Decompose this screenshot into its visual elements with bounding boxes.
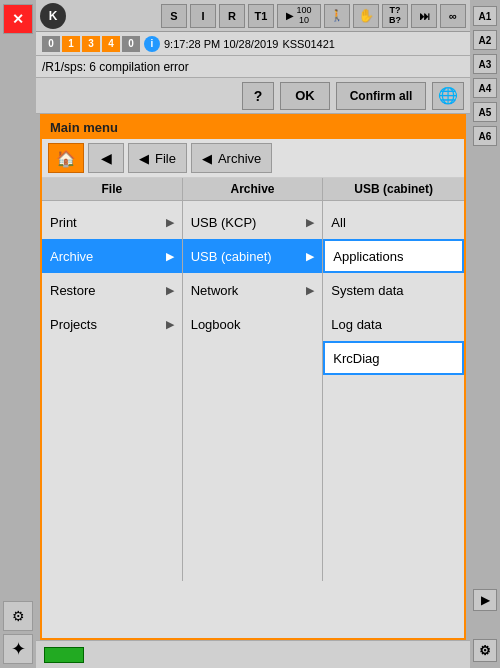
walk-icon[interactable]: 🚶 <box>324 4 350 28</box>
arrow-icon: ▶ <box>166 216 174 229</box>
column-headers: File Archive USB (cabinet) <box>42 178 464 201</box>
main-content: Main menu 🏠 ◀ ◀File ◀Archive File Ar <box>40 114 466 640</box>
ok-button[interactable]: OK <box>280 82 330 110</box>
ind-0: 0 <box>42 36 60 52</box>
list-item[interactable]: Log data <box>323 307 464 341</box>
settings-icon[interactable]: ⚙ <box>3 601 33 631</box>
list-item-applications[interactable]: Applications <box>323 239 464 273</box>
logo: K <box>40 3 66 29</box>
right-arrow-button[interactable]: ▶ <box>473 589 497 611</box>
hand-icon[interactable]: ✋ <box>353 4 379 28</box>
list-item[interactable]: Archive ▶ <box>42 239 182 273</box>
status-info: 9:17:28 PM 10/28/2019 KSS01421 <box>164 38 464 50</box>
indicators: 0 1 3 4 0 <box>42 36 140 52</box>
close-button[interactable]: ✕ <box>3 4 33 34</box>
buttons-row: ? OK Confirm all 🌐 <box>36 78 470 114</box>
list-item[interactable]: Print ▶ <box>42 205 182 239</box>
list-item[interactable]: Network ▶ <box>183 273 323 307</box>
left-sidebar: ✕ ⚙ ✦ <box>0 0 36 668</box>
ind-3: 3 <box>82 36 100 52</box>
arrow-icon: ▶ <box>166 250 174 263</box>
arrow-icon: ▶ <box>306 216 314 229</box>
back-button[interactable]: ◀ <box>88 143 124 173</box>
archive-column: USB (KCP) ▶ USB (cabinet) ▶ Network ▶ Lo… <box>183 201 324 581</box>
btn-i[interactable]: I <box>190 4 216 28</box>
ind-last: 0 <box>122 36 140 52</box>
list-item[interactable]: System data <box>323 273 464 307</box>
query-btn[interactable]: T?B? <box>382 4 408 28</box>
list-item[interactable]: Restore ▶ <box>42 273 182 307</box>
play-button[interactable]: ▶ 10010 <box>277 4 321 28</box>
nav-bar: 🏠 ◀ ◀File ◀Archive <box>42 139 464 178</box>
a5-button[interactable]: A5 <box>473 102 497 122</box>
status-bar: 0 1 3 4 0 i 9:17:28 PM 10/28/2019 KSS014… <box>36 32 470 56</box>
list-item[interactable]: Logbook <box>183 307 323 341</box>
arrow-icon: ▶ <box>306 250 314 263</box>
home-button[interactable]: 🏠 <box>48 143 84 173</box>
btn-s[interactable]: S <box>161 4 187 28</box>
usb-column: All Applications System data Log data Kr… <box>323 201 464 581</box>
file-nav-button[interactable]: ◀File <box>128 143 187 173</box>
a4-button[interactable]: A4 <box>473 78 497 98</box>
file-col-header: File <box>42 178 183 200</box>
a6-button[interactable]: A6 <box>473 126 497 146</box>
list-item-krcdiag[interactable]: KrcDiag <box>323 341 464 375</box>
rs-settings-icon[interactable]: ⚙ <box>473 639 497 662</box>
top-toolbar: K S I R T1 ▶ 10010 🚶 ✋ T?B? ⏭ ∞ <box>36 0 470 32</box>
confirm-all-button[interactable]: Confirm all <box>336 82 426 110</box>
archive-nav-button[interactable]: ◀Archive <box>191 143 272 173</box>
inf-icon[interactable]: ∞ <box>440 4 466 28</box>
star-icon[interactable]: ✦ <box>3 634 33 664</box>
a2-button[interactable]: A2 <box>473 30 497 50</box>
arrow-icon: ▶ <box>306 284 314 297</box>
info-icon: i <box>144 36 160 52</box>
list-item[interactable]: All <box>323 205 464 239</box>
arrow-icon: ▶ <box>166 318 174 331</box>
list-item[interactable]: Projects ▶ <box>42 307 182 341</box>
ind-4: 4 <box>102 36 120 52</box>
arrow-icon: ▶ <box>166 284 174 297</box>
question-button[interactable]: ? <box>242 82 274 110</box>
right-sidebar: A1 A2 A3 A4 A5 A6 ▶ ⚙ <box>470 0 500 668</box>
btn-t1[interactable]: T1 <box>248 4 274 28</box>
list-item[interactable]: USB (KCP) ▶ <box>183 205 323 239</box>
a3-button[interactable]: A3 <box>473 54 497 74</box>
file-column: Print ▶ Archive ▶ Restore ▶ Projects ▶ <box>42 201 183 581</box>
main-menu-header: Main menu <box>42 116 464 139</box>
list-item[interactable]: USB (cabinet) ▶ <box>183 239 323 273</box>
error-bar: /R1/sps: 6 compilation error <box>36 56 470 78</box>
bottom-bar <box>36 640 470 668</box>
ind-1: 1 <box>62 36 80 52</box>
btn-r[interactable]: R <box>219 4 245 28</box>
a1-button[interactable]: A1 <box>473 6 497 26</box>
archive-col-header: Archive <box>183 178 324 200</box>
bottom-indicator <box>44 647 84 663</box>
skip-icon[interactable]: ⏭ <box>411 4 437 28</box>
three-columns: Print ▶ Archive ▶ Restore ▶ Projects ▶ <box>42 201 464 581</box>
globe-button[interactable]: 🌐 <box>432 82 464 110</box>
usb-col-header: USB (cabinet) <box>323 178 464 200</box>
